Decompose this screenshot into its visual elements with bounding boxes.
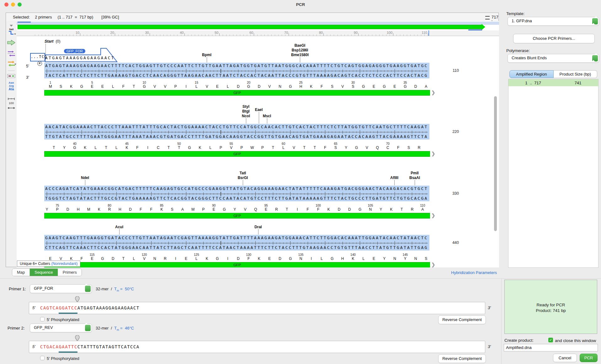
primer1-sequence-box[interactable]: 5' CAGTCAGGATCCATGAGTAAAGGAGAAGAACT [29,302,485,314]
enzyme-site-label[interactable]: AcuI [115,225,123,229]
tab-sequence[interactable]: Sequence [29,269,58,276]
choose-pcr-primers-button[interactable]: Choose PCR Primers... [513,34,595,43]
primers-tool-icon[interactable] [7,50,16,58]
top-strand[interactable]: GAAGTCAAGTTTGAAGGTGATACCCTTGTTAATAGAATCG… [45,235,428,240]
aa-letter: N [300,256,302,261]
primer2-reverse-complement-button[interactable]: Reverse Complement [438,354,486,363]
tab-map[interactable]: Map [12,269,29,276]
cutters-overlay[interactable]: Unique 6+ Cutters (Nonredundant) [17,261,80,267]
aa-letter: P [261,145,264,150]
ruler-tick [295,34,296,36]
close-window-checkbox[interactable]: ✓ [548,338,553,342]
primer1-reverse-complement-button[interactable]: Reverse Complement [438,315,486,324]
enzyme-site-label[interactable]: DraI [254,225,262,229]
ruler-tick [400,34,400,36]
feature-bar-gfp[interactable]: GFP [44,213,430,219]
ruler-tick [42,34,42,36]
top-strand[interactable]: ACCCAGATCATATGAAACGGCATGACTTTTTCAAGAGTGC… [45,186,428,191]
bottom-strand[interactable]: CTTCAGTTCAAACTTCCACTATGGGAACAATTATCTTAGC… [45,245,428,250]
primer2-junction-marker-icon[interactable] [75,335,80,341]
forward-primer-label[interactable]: GFP_FOR [64,49,85,53]
overview-product-bar[interactable] [18,25,482,29]
overview-forward-primer-mark[interactable] [18,22,31,23]
enzyme-site-label[interactable]: BsaAI [409,176,420,180]
enzyme-site-label[interactable]: Bsp1286I [292,48,308,52]
bottom-strand[interactable]: TACTCATTTCCTCTTCTTGAAAAGTGACCTCAACAGGGTT… [45,73,428,78]
template-select[interactable]: 1. GFP.dna [508,17,599,26]
primer1-name-select[interactable]: GFP_FOR [30,284,92,293]
enzyme-site-label[interactable]: BpmI [202,53,211,57]
ruler-tick [334,34,334,36]
sequence-viewport[interactable]: Start (0) ...TCC GFP_FOR ATGAGTAAAGGAGAA… [17,36,499,267]
orf-tool-icon[interactable] [7,74,16,79]
expand-width-icon[interactable] [7,105,16,111]
tab-product-size[interactable]: Product Size (bp) [554,70,598,78]
ruler-tick [344,34,345,36]
translation-tool-icon[interactable]: Asn Arg Ala [7,81,16,91]
pcr-status-box: Ready for PCR Product: 741 bp [504,280,597,334]
enzymes-tool-icon[interactable]: SalI [7,28,16,37]
aa-number: 120 [142,253,147,256]
enzyme-site-label[interactable]: BsrGI [238,176,248,180]
polymerase-select[interactable]: Creates Blunt Ends [508,54,599,63]
bottom-strand[interactable]: TGGGTCTAGTATACTTTGCCGTACTGAAAAAGTTCTCACG… [45,196,428,201]
enzyme-site-label[interactable]: MscI [263,114,271,118]
aa-number: 125 [194,253,199,256]
ruler-tick [49,34,49,36]
vertical-scrollbar[interactable] [494,96,497,231]
ruler-tick [348,34,348,36]
aa-letter: Q [254,207,257,212]
feature-bar-gfp[interactable]: GFP [44,262,430,267]
aa-letter: G [73,145,76,150]
selection-status-bar: Selected:2 primers(1 .. 717 = 717 bp)[39… [6,13,498,21]
ruler-tick [320,34,320,36]
aa-letter: Y [383,256,386,261]
enzyme-site-label[interactable]: NcoI [242,114,250,118]
primer1-phosphorylated-checkbox[interactable] [40,317,45,321]
overview-strip[interactable] [17,22,499,25]
ruler-tick [264,34,265,36]
enzyme-site-label[interactable]: TatI [240,171,246,175]
enzyme-site-label[interactable]: PmlI [411,171,418,175]
primer-menu-chevron-icon[interactable] [14,64,16,65]
aa-letter: K [160,207,163,212]
aa-number: 40 [73,142,77,145]
collapse-toolbar-icon[interactable] [7,22,16,28]
amplified-region-row[interactable]: 1 .. 717 741 [508,79,598,86]
enzyme-site-label[interactable]: Bme1580I [291,53,309,57]
hybridization-parameters-link[interactable]: Hybridization Parameters [447,270,497,275]
cancel-button[interactable]: Cancel [553,354,577,362]
enzyme-site-label[interactable]: EaeI [255,108,263,112]
ruler-tool-icon[interactable]: 100 [7,96,16,105]
aa-letter: A [421,207,424,212]
pcr-button[interactable]: PCR [580,354,598,362]
ruler-tick [365,34,365,36]
primer1-junction-marker-icon[interactable] [75,296,80,303]
tab-primers[interactable]: Primers [58,269,82,276]
aa-number: 135 [298,253,304,256]
product-filename-field[interactable]: Amplified.dna [504,344,598,351]
aa-letter: Q [376,145,379,150]
top-strand[interactable]: AACATACGGAAAACTTACCCTTAAATTTATTTGCACTACT… [45,124,428,129]
enzyme-site-label[interactable]: StyI [242,104,249,109]
bottom-strand[interactable]: TTGTATGCCTTTTGAATGGGAATTTAAATAAACGTGATGA… [45,134,428,139]
primer2-sequence-box[interactable]: 5' CTGACAGAATTCCTATTTGTATAGTTCATCCA [29,341,485,353]
enzyme-site-label[interactable]: BtgI [242,109,249,113]
view-tab-strip: Map Sequence Primers Hybridization Param… [0,267,601,278]
top-strand[interactable]: ATGAGTAAAGGAGAAGAACTTTTCACTGGAGTTGTCCCAA… [45,63,428,68]
enzyme-menu-chevron-icon[interactable] [14,34,16,35]
ruler-tick [376,34,376,36]
primer2-name-select[interactable]: GFP_REV [30,324,92,332]
feature-bar-gfp[interactable]: GFP [44,90,430,96]
ruler-tick [289,33,289,36]
feature-bar-gfp[interactable]: GFP [44,151,430,157]
ruler-number: 20 [110,31,114,34]
enzyme-site-label[interactable]: BaeGI [295,43,306,48]
tab-amplified-region[interactable]: Amplified Region [509,70,554,78]
enzyme-site-label[interactable]: NdeI [81,176,89,180]
features-tool-icon[interactable] [7,40,16,47]
aa-letter: E [394,84,396,89]
primer2-phosphorylated-checkbox[interactable] [40,356,45,360]
enzyme-site-label[interactable]: AflIII [390,176,398,180]
ruler-tick [386,34,386,36]
